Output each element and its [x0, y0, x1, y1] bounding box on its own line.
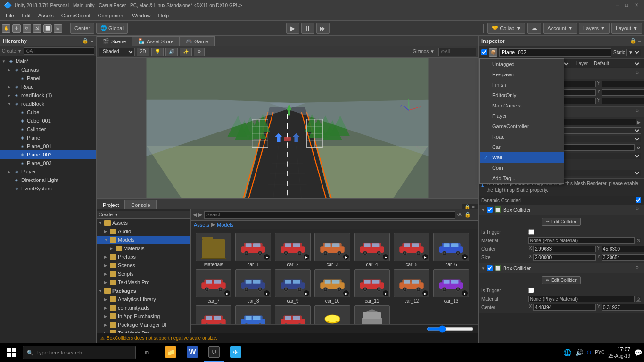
hierarchy-item-plane_003[interactable]: ◈ Plane_003 — [0, 159, 96, 167]
taskbar-search[interactable]: 🔍 Type here to search — [23, 346, 136, 359]
hierarchy-item-cube_001[interactable]: ◈ Cube_001 — [0, 116, 96, 125]
tree-item-assets[interactable]: ▼ Assets — [97, 219, 190, 227]
collab-btn[interactable]: 🤝 Collab ▼ — [487, 23, 525, 34]
hierarchy-item-cylinder[interactable]: ◈ Cylinder — [0, 125, 96, 133]
tree-item-audio[interactable]: ▶ Audio — [97, 227, 190, 236]
hierarchy-item-plane_002[interactable]: ◈ Plane_002 — [0, 150, 96, 159]
taskbar-telegram[interactable]: ✈ — [225, 343, 246, 362]
hierarchy-item-main*[interactable]: ▼ ◈ Main* — [0, 57, 96, 66]
tab-game[interactable]: 🎮 Game — [180, 36, 215, 46]
asset-item-car_16[interactable]: ▶ car_16 — [274, 305, 312, 324]
box-collider-1-settings-icon[interactable]: ⚙ — [636, 207, 641, 213]
asset-item-car_2[interactable]: ▶ car_2 — [274, 233, 312, 267]
size-1-y[interactable] — [602, 254, 644, 261]
asset-item-car_8[interactable]: ▶ car_8 — [234, 269, 272, 304]
menu-help[interactable]: Help — [154, 12, 173, 19]
hierarchy-item-roadblock[interactable]: ▼ ◈ roadBlock — [0, 99, 96, 108]
close-btn[interactable]: ✕ — [635, 2, 640, 8]
asset-lock-btn[interactable]: 🔒 — [464, 212, 471, 218]
center-btn[interactable]: Center — [70, 23, 94, 34]
transform-tool[interactable]: ⊞ — [54, 24, 62, 33]
breadcrumb-assets[interactable]: Assets — [194, 222, 209, 228]
tab-asset-store[interactable]: 🏪 Asset Store — [132, 36, 180, 46]
dynamic-occluded-checkbox[interactable] — [636, 197, 641, 203]
size-1-x[interactable] — [533, 254, 596, 261]
create-btn[interactable]: Create ▼ — [99, 212, 119, 217]
edit-collider-2-btn[interactable]: ✏ Edit Collider — [542, 276, 581, 284]
insp-layer-select[interactable]: Default — [592, 60, 641, 67]
hierarchy-menu-icon[interactable]: ≡ — [91, 38, 93, 44]
center-1-x[interactable] — [533, 246, 596, 252]
layout-btn[interactable]: Layout ▼ — [611, 23, 642, 34]
rect-tool[interactable]: ⬜ — [43, 24, 52, 33]
hierarchy-item-player[interactable]: ▶ ◈ Player — [0, 167, 96, 176]
tree-item-materials[interactable]: ▶ Materials — [97, 244, 190, 253]
asset-item-car_6[interactable]: ▶ car_6 — [432, 233, 470, 267]
breadcrumb-models[interactable]: Models — [217, 222, 233, 228]
tag-option-gamecontroller[interactable]: GameController — [480, 121, 564, 132]
scene-viewport[interactable]: ← Persp X Y Z — [97, 58, 478, 198]
start-btn[interactable] — [2, 343, 21, 362]
center-2-x[interactable] — [533, 304, 596, 311]
tag-option-maincamera[interactable]: MainCamera — [480, 100, 564, 111]
account-btn[interactable]: Account ▼ — [543, 23, 577, 34]
menu-file[interactable]: File — [2, 12, 18, 19]
menu-window[interactable]: Window — [128, 12, 154, 19]
taskbar-word[interactable]: W — [182, 343, 203, 362]
project-panel-menu[interactable]: ≡ — [472, 204, 475, 209]
center-2-y[interactable] — [602, 304, 644, 311]
asset-item-car_9[interactable]: ▶ car_9 — [274, 269, 312, 304]
tag-option-player[interactable]: Player — [480, 111, 564, 121]
hierarchy-item-plane_001[interactable]: ◈ Plane_001 — [0, 142, 96, 150]
insp-object-name[interactable] — [499, 48, 611, 57]
asset-item-car_3[interactable]: ▶ car_3 — [314, 233, 351, 267]
tag-option-add-tag...[interactable]: Add Tag... — [480, 173, 564, 183]
tag-option-editoronly[interactable]: EditorOnly — [480, 90, 564, 100]
edit-collider-1-btn[interactable]: ✏ Edit Collider — [542, 218, 581, 226]
center-1-y[interactable] — [602, 246, 644, 252]
tag-option-respawn[interactable]: Respawn — [480, 69, 564, 80]
move-tool[interactable]: ✛ — [12, 24, 21, 33]
tree-item-analytics-library[interactable]: ▶ Analytics Library — [97, 295, 190, 304]
step-btn[interactable]: ⏭ — [316, 23, 330, 34]
project-lock-icon[interactable]: 🔒 — [464, 204, 470, 209]
scale-y-input[interactable] — [602, 98, 644, 104]
taskbar-unity[interactable]: U — [204, 343, 224, 362]
asset-item-car_7[interactable]: ▶ car_7 — [195, 269, 232, 304]
asset-back-btn[interactable]: ◀ — [193, 212, 197, 218]
asset-item-roadBlock[interactable]: ▶ roadBlock — [353, 305, 391, 324]
asset-menu-btn[interactable]: ≡ — [473, 212, 476, 218]
scale-tool[interactable]: ⇲ — [33, 24, 41, 33]
collider-1-material-value[interactable]: None (Physic Material) — [528, 237, 635, 244]
asset-item-car_1[interactable]: ▶ car_1 — [234, 233, 272, 267]
hierarchy-item-panel[interactable]: ◈ Panel — [0, 74, 96, 82]
tree-item-textmesh-pro[interactable]: ▶ TextMesh Pro — [97, 329, 190, 333]
hierarchy-item-eventsystem[interactable]: ◈ EventSystem — [0, 184, 96, 193]
insp-static-select[interactable]: ▼ — [626, 49, 641, 56]
tag-option-car[interactable]: Car — [480, 142, 564, 152]
box-collider-2-enabled[interactable] — [487, 265, 493, 271]
rot-y-input[interactable] — [602, 89, 644, 96]
notification-icon[interactable]: 💬 — [634, 349, 642, 356]
shading-select[interactable]: Shaded Wireframe — [99, 48, 135, 56]
menu-edit[interactable]: Edit — [18, 12, 34, 19]
zoom-slider[interactable] — [427, 325, 474, 333]
maximize-btn[interactable]: □ — [625, 2, 631, 8]
inspector-lock-icon[interactable]: 🔒 — [630, 38, 636, 44]
asset-item-car_14[interactable]: ▶ car_14 — [195, 305, 232, 324]
pause-btn[interactable]: ⏸ — [301, 23, 314, 34]
asset-item-car_13[interactable]: ▶ car_13 — [432, 269, 470, 304]
asset-item-car_4[interactable]: ▶ car_4 — [353, 233, 391, 267]
tree-item-textmesh-pro[interactable]: ▶ TextMesh Pro — [97, 278, 190, 287]
tree-item-models[interactable]: ▼ Models — [97, 236, 190, 244]
sound-btn[interactable]: 🔊 — [165, 48, 178, 56]
asset-item-car_12[interactable]: ▶ car_12 — [393, 269, 430, 304]
tree-item-com.unity.ads[interactable]: ▶ com.unity.ads — [97, 304, 190, 312]
asset-item-car_5[interactable]: ▶ car_5 — [393, 233, 430, 267]
light-btn[interactable]: 💡 — [151, 48, 164, 56]
rotate-tool[interactable]: ↻ — [23, 24, 31, 33]
hierarchy-item-directional-light[interactable]: ◈ Directional Light — [0, 176, 96, 184]
tab-project[interactable]: Project — [97, 200, 125, 209]
asset-item-car_11[interactable]: ▶ car_11 — [353, 269, 391, 304]
asset-item-car_15[interactable]: ▶ car_15 — [234, 305, 272, 324]
